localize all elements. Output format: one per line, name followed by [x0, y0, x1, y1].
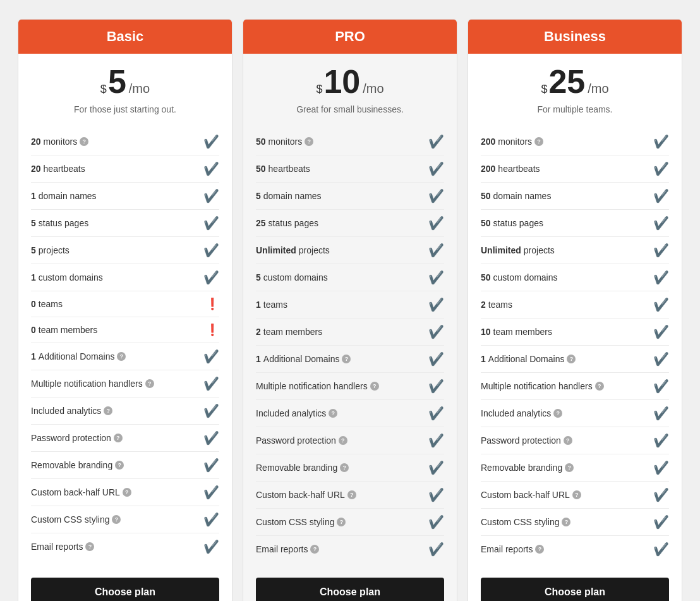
info-icon[interactable]: ?	[595, 382, 604, 391]
info-icon[interactable]: ?	[534, 137, 543, 146]
check-icon: ✔️	[428, 514, 444, 530]
info-icon[interactable]: ?	[340, 463, 349, 472]
info-icon[interactable]: ?	[337, 518, 346, 526]
feature-label: 5 projects	[31, 245, 203, 255]
feature-value: 1	[481, 354, 486, 364]
check-icon: ✔️	[653, 433, 669, 448]
feature-row: 50 monitors?✔️	[256, 128, 444, 155]
feature-row: Custom CSS styling?✔️	[481, 509, 669, 536]
info-icon[interactable]: ?	[80, 137, 88, 146]
feature-label: Email reports?	[256, 544, 428, 554]
feature-label: Password protection?	[31, 433, 203, 443]
feature-label: 2 teams	[481, 300, 653, 310]
plan-footer-business: Choose plan	[468, 568, 682, 601]
feature-label: 0 team members	[31, 325, 205, 335]
feature-row: Password protection?✔️	[31, 425, 219, 452]
feature-label: Removable branding?	[31, 460, 203, 470]
feature-label: 50 status pages	[481, 218, 653, 228]
feature-label: Custom back-half URL?	[481, 490, 653, 500]
feature-row: Multiple notification handlers?✔️	[31, 370, 219, 398]
feature-label: 50 heartbeats	[256, 164, 428, 174]
feature-value: 50	[256, 164, 266, 174]
info-icon[interactable]: ?	[347, 490, 356, 499]
check-icon: ✔️	[428, 379, 444, 394]
price-amount: 10	[323, 65, 360, 98]
check-icon: ✔️	[203, 430, 219, 446]
feature-value: 5	[31, 218, 36, 228]
feature-value: Unlimited	[256, 245, 296, 255]
check-icon: ✔️	[203, 161, 219, 176]
price-dollar-sign: $	[100, 83, 107, 96]
feature-value: 2	[256, 327, 261, 337]
feature-label: 1 Additional Domains?	[31, 351, 203, 361]
feature-row: Unlimited projects✔️	[481, 237, 669, 264]
info-icon[interactable]: ?	[553, 409, 562, 418]
feature-label: Custom CSS styling?	[481, 517, 653, 527]
info-icon[interactable]: ?	[114, 434, 123, 442]
plan-footer-basic: Choose plan	[18, 568, 232, 601]
feature-row: Email reports?✔️	[256, 536, 444, 562]
feature-row: Custom back-half URL?✔️	[31, 479, 219, 506]
feature-value: 1	[31, 351, 36, 361]
feature-row: 50 heartbeats✔️	[256, 155, 444, 183]
choose-plan-button-business[interactable]: Choose plan	[481, 578, 669, 601]
features-list-pro: 50 monitors?✔️50 heartbeats✔️5 domain na…	[243, 123, 457, 568]
price-dollar-sign: $	[316, 83, 322, 96]
info-icon[interactable]: ?	[145, 379, 154, 388]
feature-label: Included analytics?	[481, 408, 653, 418]
check-icon: ✔️	[203, 134, 219, 149]
info-icon[interactable]: ?	[567, 355, 576, 363]
feature-value: 5	[256, 191, 261, 201]
info-icon[interactable]: ?	[370, 382, 379, 391]
plan-header-business: Business	[468, 20, 682, 54]
feature-row: Password protection?✔️	[256, 427, 444, 454]
info-icon[interactable]: ?	[112, 515, 121, 524]
info-icon[interactable]: ?	[339, 436, 347, 445]
info-icon[interactable]: ?	[562, 518, 570, 526]
info-icon[interactable]: ?	[565, 463, 574, 472]
feature-row: 0 teams❗	[31, 291, 219, 317]
feature-label: 50 custom domains	[481, 272, 653, 282]
feature-row: Removable branding?✔️	[481, 454, 669, 482]
feature-label: 20 heartbeats	[31, 164, 203, 174]
choose-plan-button-pro[interactable]: Choose plan	[256, 578, 444, 601]
info-icon[interactable]: ?	[572, 490, 581, 499]
feature-value: Unlimited	[481, 245, 521, 255]
plan-card-business: Business$25/moFor multiple teams.200 mon…	[468, 19, 682, 601]
plan-card-basic: Basic$5/moFor those just starting out.20…	[18, 19, 232, 601]
plan-subtitle-basic: For those just starting out.	[18, 102, 232, 123]
info-icon[interactable]: ?	[305, 137, 313, 146]
feature-value: 50	[481, 272, 491, 282]
check-icon: ✔️	[203, 188, 219, 203]
feature-value: 1	[31, 191, 36, 201]
feature-row: 20 monitors?✔️	[31, 128, 219, 155]
feature-row: 1 custom domains✔️	[31, 264, 219, 291]
info-icon[interactable]: ?	[123, 488, 131, 497]
info-icon[interactable]: ?	[329, 409, 337, 418]
feature-label: Multiple notification handlers?	[31, 379, 203, 389]
feature-row: 200 monitors?✔️	[481, 128, 669, 155]
info-icon[interactable]: ?	[117, 352, 126, 361]
feature-label: 10 team members	[481, 327, 653, 337]
feature-label: 50 monitors?	[256, 137, 428, 147]
choose-plan-button-basic[interactable]: Choose plan	[31, 578, 219, 601]
info-icon[interactable]: ?	[115, 461, 124, 470]
info-icon[interactable]: ?	[85, 542, 94, 551]
check-icon: ✔️	[203, 403, 219, 418]
check-icon: ✔️	[203, 485, 219, 500]
check-icon: ✔️	[203, 376, 219, 391]
feature-value: 5	[256, 272, 261, 282]
info-icon[interactable]: ?	[564, 436, 572, 445]
check-icon: ✔️	[203, 243, 219, 258]
feature-label: 200 monitors?	[481, 137, 653, 147]
feature-label: Custom back-half URL?	[256, 490, 428, 500]
info-icon[interactable]: ?	[310, 545, 319, 554]
info-icon[interactable]: ?	[342, 355, 351, 363]
feature-label: 1 Additional Domains?	[481, 354, 653, 364]
info-icon[interactable]: ?	[104, 406, 112, 415]
check-icon: ✔️	[428, 134, 444, 149]
info-icon[interactable]: ?	[535, 545, 544, 554]
feature-row: Included analytics?✔️	[31, 398, 219, 425]
feature-label: Removable branding?	[256, 463, 428, 473]
check-icon: ✔️	[428, 460, 444, 475]
